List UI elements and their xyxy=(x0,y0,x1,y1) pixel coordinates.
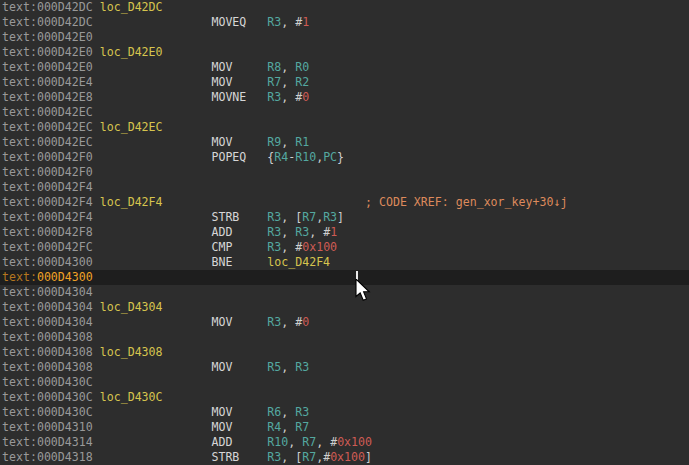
address-text: text:000D42F0 xyxy=(2,150,93,164)
asm-line[interactable]: text:000D4314 ADD R10, R7, #0x100 xyxy=(0,435,689,450)
asm-line[interactable]: text:000D42E0 loc_D42E0 xyxy=(0,45,689,60)
address-text: text:000D4304 xyxy=(2,315,93,329)
punctuation xyxy=(93,150,212,164)
punctuation: ] xyxy=(337,210,344,224)
punctuation: , xyxy=(281,225,295,239)
address-text: text:000D42E4 xyxy=(2,75,93,89)
punctuation xyxy=(239,450,267,464)
register: R3 xyxy=(267,210,281,224)
register: R7 xyxy=(302,450,316,464)
address-text: text:000D4308 xyxy=(2,330,93,344)
asm-line[interactable]: text:000D4300 BNE loc_D42F4 xyxy=(0,255,689,270)
asm-line[interactable]: text:000D42F4 loc_D42F4 ; CODE XREF: gen… xyxy=(0,195,689,210)
punctuation xyxy=(93,135,212,149)
register: R3 xyxy=(267,15,281,29)
asm-line[interactable]: text:000D42EC loc_D42EC xyxy=(0,120,689,135)
code-label[interactable]: loc_D42EC xyxy=(100,120,163,134)
mnemonic: MOV xyxy=(211,405,232,419)
punctuation: , [ xyxy=(281,450,302,464)
punctuation: , xyxy=(281,75,295,89)
disassembly-lines: text:000D42DC loc_D42DCtext:000D42DC MOV… xyxy=(0,0,689,465)
address-text: text:000D430C xyxy=(2,375,93,389)
punctuation: ] xyxy=(365,450,372,464)
mnemonic: MOV xyxy=(211,60,232,74)
asm-line[interactable]: text:000D4304 loc_D4304 xyxy=(0,300,689,315)
address-text: text:000D430C xyxy=(2,405,93,419)
mnemonic: MOV xyxy=(211,420,232,434)
register: R7 xyxy=(302,435,316,449)
asm-line[interactable]: text:000D42E0 xyxy=(0,30,689,45)
asm-line[interactable]: text:000D4308 loc_D4308 xyxy=(0,345,689,360)
asm-line[interactable]: text:000D42F0 xyxy=(0,165,689,180)
mnemonic: MOV xyxy=(211,135,232,149)
mnemonic: MOVNE xyxy=(211,90,246,104)
asm-line[interactable]: text:000D42E8 MOVNE R3, #0 xyxy=(0,90,689,105)
asm-line[interactable]: text:000D4300 xyxy=(0,270,689,285)
punctuation xyxy=(93,195,100,209)
asm-line[interactable]: text:000D4308 MOV R5, R3 xyxy=(0,360,689,375)
asm-line[interactable]: text:000D42DC MOVEQ R3, #1 xyxy=(0,15,689,30)
register: R7 xyxy=(267,75,281,89)
asm-line[interactable]: text:000D430C xyxy=(0,375,689,390)
mnemonic: POPEQ xyxy=(211,150,246,164)
asm-line[interactable]: text:000D4304 xyxy=(0,285,689,300)
register: R3 xyxy=(267,225,281,239)
punctuation: , # xyxy=(281,240,302,254)
asm-line[interactable]: text:000D430C MOV R6, R3 xyxy=(0,405,689,420)
asm-line[interactable]: text:000D42EC xyxy=(0,105,689,120)
punctuation: , xyxy=(281,420,295,434)
mnemonic: ADD xyxy=(211,225,232,239)
address-text-highlight: text: xyxy=(2,270,37,284)
asm-line[interactable]: text:000D42E0 MOV R8, R0 xyxy=(0,60,689,75)
punctuation xyxy=(93,315,212,329)
punctuation xyxy=(239,210,267,224)
punctuation xyxy=(93,45,100,59)
asm-line[interactable]: text:000D42F8 ADD R3, R3, #1 xyxy=(0,225,689,240)
asm-line[interactable]: text:000D4318 STRB R3, [R7,#0x100] xyxy=(0,450,689,465)
address-text: text:000D42EC xyxy=(2,135,93,149)
asm-line[interactable]: text:000D42F4 xyxy=(0,180,689,195)
punctuation xyxy=(232,240,267,254)
register: R3 xyxy=(267,240,281,254)
asm-line[interactable]: text:000D42DC loc_D42DC xyxy=(0,0,689,15)
punctuation: , # xyxy=(316,435,337,449)
asm-line[interactable]: text:000D42FC CMP R3, #0x100 xyxy=(0,240,689,255)
code-label[interactable]: loc_D42F4 xyxy=(267,255,330,269)
address-text-highlight: 000D4300 xyxy=(37,270,93,284)
code-label[interactable]: loc_D4304 xyxy=(100,300,163,314)
punctuation xyxy=(232,135,267,149)
asm-line[interactable]: text:000D4304 MOV R3, #0 xyxy=(0,315,689,330)
code-label[interactable]: loc_D42E0 xyxy=(100,45,163,59)
immediate-value: 0x100 xyxy=(337,435,372,449)
code-label[interactable]: loc_D4308 xyxy=(100,345,163,359)
asm-line[interactable]: text:000D4308 xyxy=(0,330,689,345)
disassembly-view[interactable]: text:000D42DC loc_D42DCtext:000D42DC MOV… xyxy=(0,0,689,465)
code-label[interactable]: loc_D42DC xyxy=(100,0,163,14)
asm-line[interactable]: text:000D42EC MOV R9, R1 xyxy=(0,135,689,150)
mnemonic: MOV xyxy=(211,315,232,329)
address-text: text:000D42F8 xyxy=(2,225,93,239)
register: R3 xyxy=(295,360,309,374)
asm-line[interactable]: text:000D42E4 MOV R7, R2 xyxy=(0,75,689,90)
punctuation: , # xyxy=(281,15,302,29)
asm-line[interactable]: text:000D42F4 STRB R3, [R7,R3] xyxy=(0,210,689,225)
mnemonic: MOV xyxy=(211,75,232,89)
xref-comment[interactable]: ; CODE XREF: gen_xor_key+30↓j xyxy=(365,195,567,209)
code-label[interactable]: loc_D42F4 xyxy=(100,195,163,209)
asm-line[interactable]: text:000D42F0 POPEQ {R4-R10,PC} xyxy=(0,150,689,165)
punctuation: , xyxy=(281,360,295,374)
address-text: text:000D4304 xyxy=(2,285,93,299)
punctuation xyxy=(93,75,212,89)
code-label[interactable]: loc_D430C xyxy=(100,390,163,404)
asm-line[interactable]: text:000D4310 MOV R4, R7 xyxy=(0,420,689,435)
punctuation xyxy=(232,225,267,239)
mnemonic: STRB xyxy=(211,450,239,464)
mouse-cursor xyxy=(355,279,372,303)
mnemonic: STRB xyxy=(211,210,239,224)
punctuation xyxy=(163,195,365,209)
register: R3 xyxy=(323,210,337,224)
punctuation xyxy=(93,90,212,104)
asm-line[interactable]: text:000D430C loc_D430C xyxy=(0,390,689,405)
register: R8 xyxy=(267,60,281,74)
register: R0 xyxy=(295,60,309,74)
